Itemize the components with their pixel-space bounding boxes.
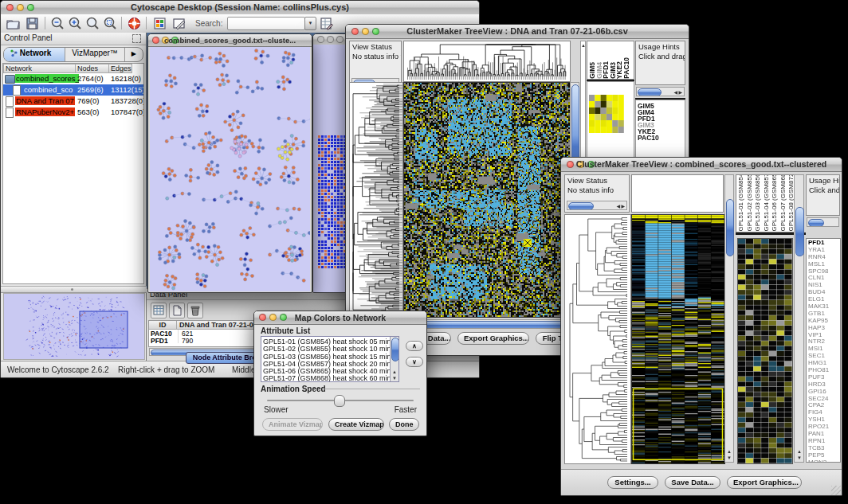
gene-label[interactable]: MON2 (807, 459, 840, 463)
gene-label[interactable]: FIG4 (807, 408, 840, 416)
gene-label[interactable]: NIS1 (807, 281, 840, 288)
resize-grip[interactable] (831, 486, 841, 495)
gene-label[interactable]: ELG1 (807, 295, 840, 303)
move-up-button[interactable]: ∧ (406, 341, 423, 351)
attribute-item[interactable]: GPL51-04 (GSM857) heat shock 20 min (261, 360, 398, 367)
network1-titlebar[interactable]: combined_scores_good.txt--cluste... (148, 34, 312, 47)
network-name[interactable]: DNA and Tran 07 (15, 96, 75, 105)
gene-label[interactable]: RPN1 (807, 437, 840, 444)
gene-label[interactable]: SEC1 (807, 352, 840, 359)
network-name[interactable]: combined_sco (23, 85, 73, 94)
network-row[interactable]: DNA and Tran 07769(0)183728(0) (3, 96, 143, 107)
gene-label[interactable]: MSI1 (807, 345, 840, 352)
tv2-global-heatmap[interactable] (631, 214, 725, 464)
col-edges[interactable]: Edges (109, 64, 132, 73)
gene-label[interactable]: CLN1 (807, 274, 840, 281)
network-row[interactable]: combined_scores_2764(0)16218(0) (3, 73, 143, 84)
gene-label[interactable]: CPA2 (807, 401, 840, 408)
gene-label[interactable]: GTB1 (807, 310, 840, 317)
tv1-heatmap[interactable] (403, 82, 571, 318)
speed-slider-thumb[interactable] (334, 395, 345, 407)
tv2-mid-vscrollbar[interactable]: ▲▼ (724, 174, 734, 463)
attribute-select-icon[interactable] (151, 303, 167, 318)
zoom-fit-icon[interactable] (85, 16, 100, 31)
network-row[interactable]: combined_sco2569(6)13112(15) (3, 84, 143, 96)
gene-label[interactable]: HRD3 (807, 381, 840, 388)
col-nodes[interactable]: Nodes (76, 64, 109, 73)
tv1-row-label[interactable]: PFD1 (636, 115, 685, 121)
network-name[interactable]: RNAPuberNov2+ (15, 107, 75, 116)
tab-network[interactable]: Network (4, 48, 65, 61)
gene-label[interactable]: SPC98 (807, 268, 840, 275)
main-titlebar[interactable]: Cytoscape Desktop (Session Name: collins… (1, 1, 479, 15)
tab-overflow-arrow-icon[interactable]: ▶ (125, 48, 143, 61)
attribute-item[interactable]: GPL51-02 (GSM855) heat shock 10 min (261, 345, 398, 352)
gene-label[interactable]: KAP95 (807, 317, 840, 324)
gene-label[interactable]: MAK31 (807, 303, 840, 310)
float-panel-icon[interactable] (132, 34, 141, 43)
gene-label[interactable]: MSL1 (807, 260, 840, 268)
delete-attribute-icon[interactable] (187, 303, 203, 318)
settings-button[interactable]: Settings... (607, 476, 658, 489)
node-palette-icon[interactable] (152, 16, 167, 31)
attribute-list-scrollbar[interactable]: ▲▼ (390, 337, 398, 381)
tv1-row-label[interactable]: PAC10 (636, 134, 685, 140)
gene-label[interactable]: PEP5 (807, 451, 840, 459)
tv1-yellow-matrix[interactable] (589, 95, 624, 133)
gene-label[interactable]: SEC24 (807, 395, 840, 402)
gene-label[interactable]: BUD4 (807, 288, 840, 295)
col-network[interactable]: Network (3, 64, 76, 73)
gene-label[interactable]: YSH1 (807, 416, 840, 423)
save-data-button[interactable]: Save Data... (665, 476, 720, 489)
network-name[interactable]: combined_scores_ (15, 74, 79, 83)
tv1-row-label[interactable]: YKE2 (636, 127, 685, 134)
new-attribute-icon[interactable] (169, 303, 185, 318)
search-input[interactable] (227, 17, 305, 30)
dialog-titlebar[interactable]: Map Colors to Network (254, 311, 426, 325)
export-graphics-button[interactable]: Export Graphics... (457, 332, 529, 345)
attribute-item[interactable]: GPL51-07 (GSM868) heat shock 60 min (261, 374, 398, 381)
network-view-canvas[interactable] (150, 47, 310, 291)
panel-splitter[interactable] (1, 286, 147, 293)
save-session-icon[interactable] (25, 16, 40, 31)
tv1-column-dendrogram[interactable] (403, 41, 571, 82)
gene-label[interactable]: NTR2 (807, 338, 840, 345)
tv1-row-label[interactable]: GIM3 (636, 121, 685, 127)
gene-label[interactable]: HMG1 (807, 359, 840, 366)
animate-vizmap-button[interactable]: Animate Vizmap (262, 418, 323, 431)
zoom-selected-icon[interactable] (103, 16, 118, 31)
tv1-row-dendrogram[interactable] (349, 82, 403, 318)
gene-label[interactable]: HAP3 (807, 324, 840, 331)
attribute-item[interactable]: GPL51-06 (GSM865) heat shock 40 min (261, 367, 398, 374)
gene-label[interactable]: VIP1 (807, 331, 840, 338)
tv1-row-label[interactable]: GIM5 (636, 102, 685, 108)
tv1-row-label[interactable]: GIM4 (636, 108, 685, 115)
gene-label[interactable]: YRA1 (807, 246, 840, 253)
gene-label[interactable]: GPI16 (807, 388, 840, 395)
attribute-table-icon[interactable] (319, 16, 334, 31)
zoom-in-icon[interactable] (68, 16, 83, 31)
network-overview-canvas[interactable] (3, 293, 145, 360)
tv1-usage-scrollbar[interactable]: ◀▶ (636, 87, 685, 96)
gene-label[interactable]: RNR4 (807, 253, 840, 260)
gene-label[interactable]: PFD1 (807, 239, 840, 246)
gene-label[interactable]: PHO81 (807, 366, 840, 373)
treeview1-titlebar[interactable]: ClusterMaker TreeView : DNA and Tran 07-… (346, 25, 689, 39)
tv2-usage-scrollbar[interactable] (807, 217, 839, 227)
annotation-icon[interactable] (171, 16, 186, 31)
attribute-item[interactable]: GPL51-03 (GSM856) heat shock 15 min (261, 353, 398, 360)
export-graphics-button[interactable]: Export Graphics... (727, 476, 802, 489)
open-session-icon[interactable] (6, 16, 21, 31)
tab-vizmapper[interactable]: VizMapper™ (65, 48, 125, 61)
gene-label[interactable]: PAN1 (807, 430, 840, 437)
tv2-status-scrollbar[interactable]: ◀▶ (567, 201, 627, 210)
attribute-item[interactable]: GPL51-01 (GSM854) heat shock 05 min (261, 338, 398, 345)
zoom-out-icon[interactable] (50, 16, 65, 31)
tv2-row-dendrogram[interactable] (564, 214, 631, 464)
network-row[interactable]: RNAPuberNov2+563(0)107847(0) (3, 107, 143, 118)
tv2-right-vscrollbar[interactable]: ▲▼ (794, 174, 804, 463)
tv2-zoom-heatmap[interactable] (737, 238, 793, 464)
minimize-icon[interactable] (327, 36, 334, 43)
gene-label[interactable]: RPO21 (807, 423, 840, 430)
tv2-gene-list[interactable]: PFD1YRA1RNR4MSL1SPC98CLN1NIS1BUD4ELG1MAK… (806, 238, 841, 463)
